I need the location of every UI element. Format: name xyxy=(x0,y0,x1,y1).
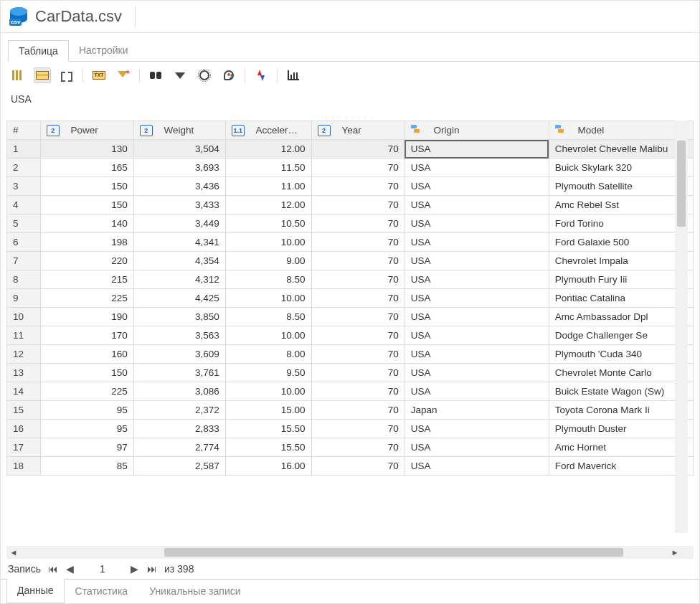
scroll-right-icon[interactable]: ► xyxy=(669,548,681,557)
cell-origin[interactable]: USA xyxy=(405,438,549,457)
table-row[interactable]: 111703,56310.0070USADodge Challenger Se xyxy=(7,326,694,345)
cell-power[interactable]: 190 xyxy=(40,308,133,326)
row-number-cell[interactable]: 1 xyxy=(7,140,41,159)
cell-origin[interactable]: USA xyxy=(405,177,549,196)
row-number-cell[interactable]: 6 xyxy=(7,233,41,252)
row-number-cell[interactable]: 4 xyxy=(7,196,41,214)
splitter-handle[interactable]: · · · · · · · · xyxy=(1,115,699,121)
cell-model[interactable]: Buick Estate Wagon (Sw) xyxy=(549,382,693,401)
cell-weight[interactable]: 3,433 xyxy=(133,196,225,214)
cell-power[interactable]: 95 xyxy=(40,420,133,438)
cell-origin[interactable]: USA xyxy=(405,420,549,438)
cell-weight[interactable]: 3,850 xyxy=(133,308,225,326)
cell-model[interactable]: Chevrolet Chevelle Malibu xyxy=(549,140,693,159)
cell-model[interactable]: Chevrolet Impala xyxy=(549,252,693,270)
cell-model[interactable]: Plymouth Fury Iii xyxy=(549,270,693,289)
chart-button[interactable] xyxy=(285,67,302,83)
cell-acceleration[interactable]: 11.50 xyxy=(225,159,311,177)
sort-button[interactable] xyxy=(252,67,270,83)
cell-power[interactable]: 215 xyxy=(40,270,133,289)
cell-acceleration[interactable]: 8.00 xyxy=(225,345,311,364)
cell-acceleration[interactable]: 9.00 xyxy=(225,252,311,270)
cell-year[interactable]: 70 xyxy=(311,326,405,345)
cell-year[interactable]: 70 xyxy=(311,233,405,252)
cell-weight[interactable]: 3,761 xyxy=(133,364,225,382)
cell-acceleration[interactable]: 16.00 xyxy=(225,457,311,476)
row-number-cell[interactable]: 5 xyxy=(7,214,41,233)
cell-origin[interactable]: USA xyxy=(405,270,549,289)
cell-weight[interactable]: 2,833 xyxy=(133,420,225,438)
table-row[interactable]: 11303,50412.0070USAChevrolet Chevelle Ma… xyxy=(7,140,694,159)
cell-origin[interactable]: USA xyxy=(405,233,549,252)
pager-current-input[interactable] xyxy=(81,563,124,575)
table-row[interactable]: 61984,34110.0070USAFord Galaxie 500 xyxy=(7,233,694,252)
table-row[interactable]: 51403,44910.5070USAFord Torino xyxy=(7,214,694,233)
col-header-acceleration[interactable]: 1.1 Acceler… xyxy=(225,121,311,140)
cell-model[interactable]: Dodge Challenger Se xyxy=(549,326,693,345)
row-number-cell[interactable]: 18 xyxy=(7,457,41,476)
cell-power[interactable]: 165 xyxy=(40,159,133,177)
cell-origin[interactable]: USA xyxy=(405,252,549,270)
cell-model[interactable]: Ford Maverick xyxy=(549,457,693,476)
table-row[interactable]: 18852,58716.0070USAFord Maverick xyxy=(7,457,694,476)
table-row[interactable]: 21653,69311.5070USABuick Skylark 320 xyxy=(7,159,694,177)
table-row[interactable]: 72204,3549.0070USAChevrolet Impala xyxy=(7,252,694,270)
table-row[interactable]: 17972,77415.5070USAAmc Hornet xyxy=(7,438,694,457)
cell-power[interactable]: 225 xyxy=(40,289,133,308)
cell-model[interactable]: Amc Rebel Sst xyxy=(549,196,693,214)
cell-power[interactable]: 85 xyxy=(40,457,133,476)
cell-origin[interactable]: USA xyxy=(405,345,549,364)
cell-weight[interactable]: 3,504 xyxy=(133,140,225,159)
table-row[interactable]: 92254,42510.0070USAPontiac Catalina xyxy=(7,289,694,308)
cell-power[interactable]: 160 xyxy=(40,345,133,364)
pager-prev-button[interactable]: ◀ xyxy=(64,563,77,575)
cell-origin[interactable]: USA xyxy=(405,289,549,308)
col-header-year[interactable]: 2 Year xyxy=(311,121,405,140)
cell-year[interactable]: 70 xyxy=(311,364,405,382)
row-number-cell[interactable]: 12 xyxy=(7,345,41,364)
cell-year[interactable]: 70 xyxy=(311,345,405,364)
tab-table[interactable]: Таблица xyxy=(8,40,69,62)
table-row[interactable]: 121603,6098.0070USAPlymouth 'Cuda 340 xyxy=(7,345,694,364)
scroll-left-icon[interactable]: ◄ xyxy=(8,548,19,557)
table-row[interactable]: 142253,08610.0070USABuick Estate Wagon (… xyxy=(7,382,694,401)
bottom-tab-unique[interactable]: Уникальные записи xyxy=(138,580,251,603)
cell-model[interactable]: Ford Torino xyxy=(549,214,693,233)
cell-acceleration[interactable]: 15.50 xyxy=(225,438,311,457)
vertical-scrollbar[interactable] xyxy=(675,121,688,533)
cell-year[interactable]: 70 xyxy=(311,382,405,401)
palette-button[interactable] xyxy=(220,67,237,83)
row-number-cell[interactable]: 14 xyxy=(7,382,41,401)
cell-acceleration[interactable]: 10.00 xyxy=(225,233,311,252)
cell-weight[interactable]: 4,312 xyxy=(133,270,225,289)
cell-year[interactable]: 70 xyxy=(311,214,405,233)
cell-weight[interactable]: 3,693 xyxy=(133,159,225,177)
cell-year[interactable]: 70 xyxy=(311,196,405,214)
col-header-model[interactable]: Model xyxy=(549,121,693,140)
cell-year[interactable]: 70 xyxy=(311,289,405,308)
cell-power[interactable]: 140 xyxy=(40,214,133,233)
cell-model[interactable]: Chevrolet Monte Carlo xyxy=(549,364,693,382)
cell-year[interactable]: 70 xyxy=(311,270,405,289)
cell-acceleration[interactable]: 10.00 xyxy=(225,382,311,401)
col-header-origin[interactable]: Origin xyxy=(405,121,549,140)
cell-acceleration[interactable]: 15.00 xyxy=(225,401,311,420)
cell-weight[interactable]: 3,436 xyxy=(133,177,225,196)
cell-weight[interactable]: 4,341 xyxy=(133,233,225,252)
row-number-cell[interactable]: 16 xyxy=(7,420,41,438)
cell-acceleration[interactable]: 8.50 xyxy=(225,270,311,289)
cell-model[interactable]: Ford Galaxie 500 xyxy=(549,233,693,252)
cell-model[interactable]: Plymouth 'Cuda 340 xyxy=(549,345,693,364)
cell-acceleration[interactable]: 10.50 xyxy=(225,214,311,233)
bottom-tab-data[interactable]: Данные xyxy=(6,579,65,603)
cell-acceleration[interactable]: 12.00 xyxy=(225,140,311,159)
settings-button[interactable] xyxy=(196,67,213,83)
cell-power[interactable]: 198 xyxy=(40,233,133,252)
cell-origin[interactable]: USA xyxy=(405,159,549,177)
cell-weight[interactable]: 3,449 xyxy=(133,214,225,233)
cell-acceleration[interactable]: 15.50 xyxy=(225,420,311,438)
cell-model[interactable]: Pontiac Catalina xyxy=(549,289,693,308)
cell-origin[interactable]: USA xyxy=(405,382,549,401)
cell-weight[interactable]: 2,774 xyxy=(133,438,225,457)
cell-origin[interactable]: USA xyxy=(405,457,549,476)
